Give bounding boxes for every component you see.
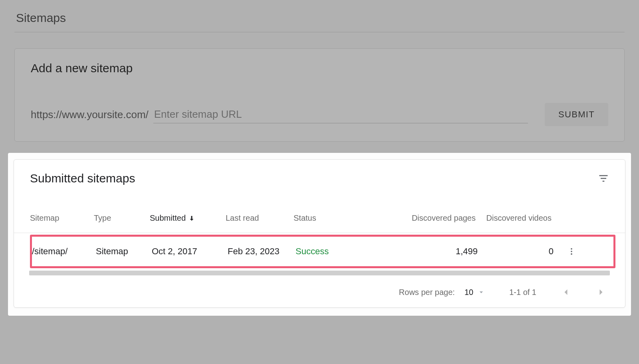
submitted-section-wrap: Submitted sitemaps Sitemap Type Submitte… (8, 153, 631, 316)
scroll-thumb[interactable] (29, 271, 610, 275)
col-type[interactable]: Type (94, 214, 150, 223)
horizontal-scrollbar[interactable] (29, 271, 610, 275)
more-vert-icon[interactable] (567, 247, 576, 256)
add-sitemap-row: https://www.yoursite.com/ SUBMIT (31, 103, 608, 126)
cell-submitted: Oct 2, 2017 (152, 246, 228, 257)
col-status[interactable]: Status (294, 214, 372, 223)
add-sitemap-title: Add a new sitemap (31, 61, 608, 75)
divider (14, 32, 625, 32)
chevron-right-icon (595, 287, 607, 298)
rows-per-page-select[interactable]: 10 (464, 288, 485, 297)
submitted-sitemaps-card: Submitted sitemaps Sitemap Type Submitte… (14, 159, 625, 308)
cell-last-read: Feb 23, 2023 (228, 246, 296, 257)
table-pager: Rows per page: 10 1-1 of 1 (14, 275, 625, 307)
col-discovered-pages[interactable]: Discovered pages (372, 214, 476, 223)
col-last-read[interactable]: Last read (226, 214, 294, 223)
prev-page-button[interactable] (560, 287, 572, 298)
table-header-bar: Submitted sitemaps (14, 160, 625, 189)
svg-point-0 (571, 248, 572, 250)
table-header-row: Sitemap Type Submitted Last read Status … (14, 204, 625, 233)
cell-sitemap: /sitemap/ (32, 246, 96, 257)
sitemap-url-prefix: https://www.yoursite.com/ (31, 109, 149, 121)
col-submitted[interactable]: Submitted (150, 214, 226, 223)
col-submitted-label: Submitted (150, 214, 186, 223)
add-sitemap-card: Add a new sitemap https://www.yoursite.c… (14, 48, 625, 142)
table-row[interactable]: /sitemap/ Sitemap Oct 2, 2017 Feb 23, 20… (32, 237, 613, 266)
chevron-left-icon (560, 287, 572, 298)
page-range: 1-1 of 1 (509, 288, 536, 297)
cell-status: Success (296, 246, 374, 257)
page-title: Sitemaps (0, 0, 639, 32)
sitemaps-table: Sitemap Type Submitted Last read Status … (14, 204, 625, 307)
cell-type: Sitemap (96, 246, 152, 257)
submit-button[interactable]: SUBMIT (545, 103, 608, 126)
cell-discovered-videos: 0 (478, 246, 554, 257)
filter-icon[interactable] (598, 173, 609, 184)
svg-point-1 (571, 251, 572, 252)
rows-per-page-label: Rows per page: (399, 288, 455, 297)
rows-per-page: Rows per page: 10 (399, 288, 485, 297)
arrow-down-icon (188, 215, 195, 222)
next-page-button[interactable] (595, 287, 607, 298)
col-sitemap[interactable]: Sitemap (30, 214, 94, 223)
col-discovered-videos[interactable]: Discovered videos (476, 214, 552, 223)
cell-discovered-pages: 1,499 (374, 246, 478, 257)
sitemap-url-input[interactable] (153, 106, 528, 123)
caret-down-icon (477, 288, 485, 296)
submitted-sitemaps-title: Submitted sitemaps (30, 172, 135, 185)
rows-per-page-value: 10 (464, 288, 473, 297)
svg-point-2 (571, 253, 572, 255)
highlighted-row: /sitemap/ Sitemap Oct 2, 2017 Feb 23, 20… (30, 235, 615, 268)
